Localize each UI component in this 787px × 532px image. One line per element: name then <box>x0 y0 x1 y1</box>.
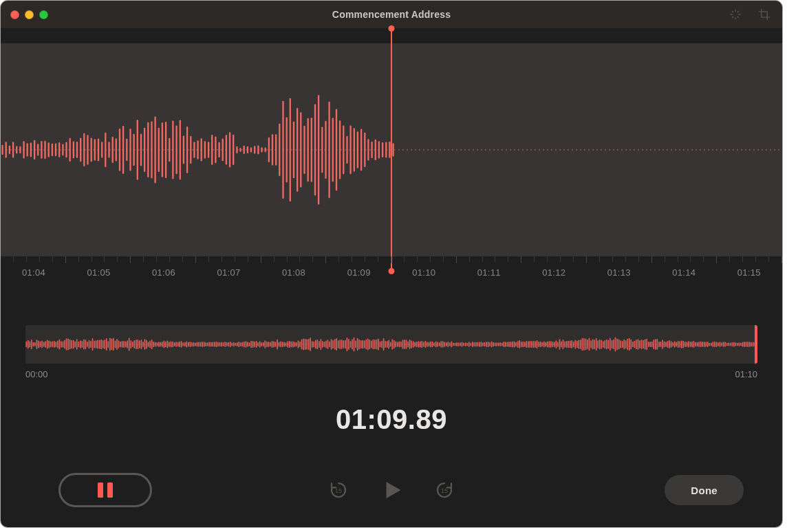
titlebar: Commencement Address <box>1 1 782 28</box>
ruler-label: 01:15 <box>729 267 770 278</box>
ruler-label: 01:13 <box>599 267 640 278</box>
overview-cursor[interactable] <box>755 325 757 364</box>
waveform-overview[interactable] <box>25 325 757 364</box>
ruler-label: 01:07 <box>208 267 250 278</box>
ruler-label: 01:04 <box>13 267 54 278</box>
overview-start-time: 00:00 <box>25 369 48 379</box>
rewind-seconds-label: 15 <box>335 487 342 494</box>
time-ruler: 01:0401:0501:0601:0701:0801:0901:1001:11… <box>1 256 782 298</box>
close-icon[interactable] <box>10 10 19 19</box>
ruler-label: 01:05 <box>78 267 120 278</box>
done-button[interactable]: Done <box>665 475 744 505</box>
pause-icon <box>98 483 113 498</box>
overview-end-time: 01:10 <box>735 369 757 379</box>
rewind-15-button[interactable]: 15 <box>328 480 349 500</box>
ruler-label: 01:14 <box>663 267 704 278</box>
ruler-label: 01:12 <box>533 267 574 278</box>
elapsed-time: 01:09.89 <box>1 404 782 435</box>
ruler-label: 01:08 <box>273 267 314 278</box>
overview-svg <box>25 325 757 364</box>
window-title: Commencement Address <box>1 9 782 20</box>
ruler-label: 01:06 <box>143 267 184 278</box>
transport-controls: 15 15 Done <box>1 469 782 511</box>
ruler-label: 01:10 <box>403 267 444 278</box>
forward-seconds-label: 15 <box>441 487 448 494</box>
forward-15-button[interactable]: 15 <box>434 480 455 500</box>
enhance-sparkle-icon[interactable] <box>729 8 742 21</box>
zoom-icon[interactable] <box>39 10 48 19</box>
titlebar-actions <box>729 8 771 21</box>
ruler-label: 01:11 <box>468 267 510 278</box>
content-area: 01:0401:0501:0601:0701:0801:0901:1001:11… <box>1 28 782 527</box>
window-controls <box>10 10 48 19</box>
ruler-label: 01:09 <box>338 267 380 278</box>
minimize-icon[interactable] <box>25 10 34 19</box>
record-pause-button[interactable] <box>58 473 152 507</box>
trim-crop-icon[interactable] <box>757 8 771 21</box>
ruler-labels: 01:0401:0501:0601:0701:0801:0901:1001:11… <box>13 267 782 278</box>
playhead[interactable] <box>391 28 392 271</box>
play-button[interactable] <box>379 478 404 502</box>
waveform-detail[interactable] <box>1 43 782 256</box>
overview-time-labels: 00:00 01:10 <box>25 369 757 379</box>
app-window: Commencement Address 01:0401:0501:0601:0… <box>1 1 782 527</box>
